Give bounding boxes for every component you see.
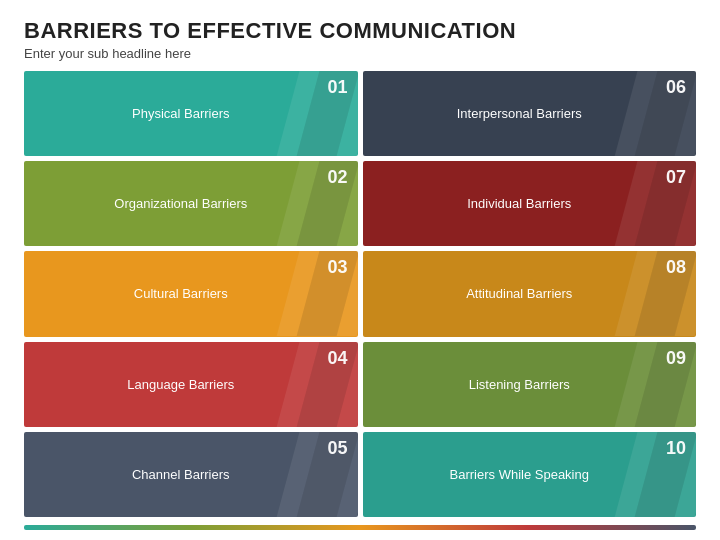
card-number-04: 04 xyxy=(327,348,347,369)
card-number-05: 05 xyxy=(327,438,347,459)
card-09[interactable]: 09Listening Barriers xyxy=(363,342,697,427)
card-number-02: 02 xyxy=(327,167,347,188)
card-number-09: 09 xyxy=(666,348,686,369)
page-subtitle: Enter your sub headline here xyxy=(24,46,696,61)
card-label-01: Physical Barriers xyxy=(122,106,260,121)
page: BARRIERS TO EFFECTIVE COMMUNICATION Ente… xyxy=(0,0,720,540)
card-label-08: Attitudinal Barriers xyxy=(456,286,602,301)
header: BARRIERS TO EFFECTIVE COMMUNICATION Ente… xyxy=(24,18,696,61)
card-number-08: 08 xyxy=(666,257,686,278)
bottom-bar xyxy=(24,525,696,530)
card-01[interactable]: 01Physical Barriers xyxy=(24,71,358,156)
card-06[interactable]: 06Interpersonal Barriers xyxy=(363,71,697,156)
card-07[interactable]: 07Individual Barriers xyxy=(363,161,697,246)
card-10[interactable]: 10Barriers While Speaking xyxy=(363,432,697,517)
card-number-06: 06 xyxy=(666,77,686,98)
card-label-03: Cultural Barriers xyxy=(124,286,258,301)
card-number-07: 07 xyxy=(666,167,686,188)
card-03[interactable]: 03Cultural Barriers xyxy=(24,251,358,336)
cards-grid: 01Physical Barriers06Interpersonal Barri… xyxy=(24,71,696,517)
card-label-10: Barriers While Speaking xyxy=(440,467,619,482)
card-label-02: Organizational Barriers xyxy=(104,196,277,211)
card-label-09: Listening Barriers xyxy=(459,377,600,392)
card-number-10: 10 xyxy=(666,438,686,459)
card-label-05: Channel Barriers xyxy=(122,467,260,482)
card-number-01: 01 xyxy=(327,77,347,98)
card-label-04: Language Barriers xyxy=(117,377,264,392)
card-05[interactable]: 05Channel Barriers xyxy=(24,432,358,517)
card-08[interactable]: 08Attitudinal Barriers xyxy=(363,251,697,336)
card-04[interactable]: 04Language Barriers xyxy=(24,342,358,427)
card-label-07: Individual Barriers xyxy=(457,196,601,211)
card-label-06: Interpersonal Barriers xyxy=(447,106,612,121)
card-02[interactable]: 02Organizational Barriers xyxy=(24,161,358,246)
card-number-03: 03 xyxy=(327,257,347,278)
page-title: BARRIERS TO EFFECTIVE COMMUNICATION xyxy=(24,18,696,44)
